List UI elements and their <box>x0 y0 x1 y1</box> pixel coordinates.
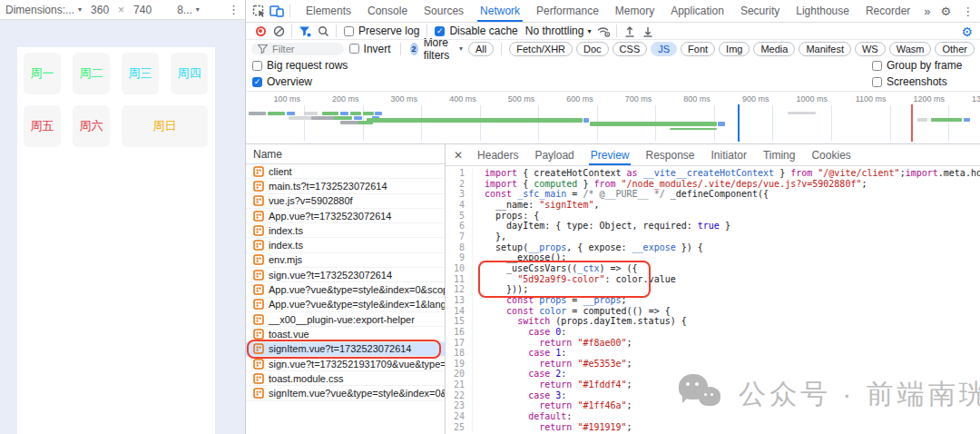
detail-tab-response[interactable]: Response <box>637 144 702 165</box>
line-number: 9 <box>446 252 473 263</box>
device-height-field[interactable]: 740 <box>133 4 152 16</box>
code-line: 16 case 0: <box>446 327 980 338</box>
code-token: case <box>528 348 550 358</box>
timeline-overview[interactable]: 100 ms200 ms300 ms400 ms500 ms600 ms700 … <box>246 91 980 144</box>
resource-chip-img[interactable]: Img <box>719 42 750 56</box>
weekday-button[interactable]: 周一 <box>24 53 61 94</box>
weekday-button[interactable]: 周五 <box>24 105 61 147</box>
devtools-more-menu-icon[interactable]: ⋮ <box>957 5 978 18</box>
weekday-button[interactable]: 周四 <box>171 53 208 94</box>
throttling-select[interactable]: No throttling ▾ <box>525 25 592 37</box>
big-request-rows-checkbox[interactable]: Big request rows <box>252 59 872 72</box>
detail-tab-initiator[interactable]: Initiator <box>703 144 755 165</box>
search-icon[interactable] <box>314 24 332 38</box>
timeline-tick-label: 1300 ms <box>949 94 980 104</box>
settings-gear-icon[interactable]: ⚙ <box>936 5 956 18</box>
code-line: 7 }, <box>446 232 980 242</box>
invert-checkbox[interactable]: Invert <box>349 43 391 55</box>
tab-performance[interactable]: Performance <box>528 0 607 22</box>
code-line: 3const _sfc_main = /* @__PURE__ */ _defi… <box>446 189 980 200</box>
request-row[interactable]: client <box>246 164 445 179</box>
request-row[interactable]: signItem.vue?t=1732523072614 <box>246 342 445 357</box>
timeline-gridline <box>831 105 832 141</box>
network-settings-gear-icon[interactable]: ⚙ <box>961 25 973 39</box>
resource-chip-font[interactable]: Font <box>681 42 715 56</box>
request-row[interactable]: sign.vue?t=1732521931709&vue&type=sty... <box>246 357 445 371</box>
resource-chip-manifest[interactable]: Manifest <box>799 42 851 56</box>
request-row[interactable]: sign.vue?t=1732523072614 <box>246 268 445 282</box>
resource-chip-css[interactable]: CSS <box>612 42 648 56</box>
requests-name-header[interactable]: Name <box>246 144 445 164</box>
tab-network[interactable]: Network <box>472 0 528 22</box>
request-row[interactable]: vue.js?v=5902880f <box>246 194 445 209</box>
tab-memory[interactable]: Memory <box>607 0 662 22</box>
request-row[interactable]: index.ts <box>246 238 445 252</box>
resource-chip-doc[interactable]: Doc <box>576 42 609 56</box>
detail-tab-preview[interactable]: Preview <box>583 144 638 165</box>
timeline-tick-label: 400 ms <box>422 94 476 104</box>
export-har-icon[interactable] <box>639 24 657 38</box>
request-row[interactable]: toast.module.css <box>246 371 445 386</box>
request-row[interactable]: App.vue?vue&type=style&index=0&scope... <box>246 282 445 297</box>
tab-sources[interactable]: Sources <box>416 0 472 22</box>
weekday-button[interactable]: 周六 <box>73 105 110 147</box>
request-row[interactable]: toast.vue <box>246 327 445 341</box>
request-row[interactable]: App.vue?vue&type=style&index=1&lang.css <box>246 298 445 312</box>
request-row[interactable]: main.ts?t=1732523072614 <box>246 179 445 193</box>
code-token: , <box>593 200 599 210</box>
code-token: as <box>627 168 638 178</box>
tab-lighthouse[interactable]: Lighthouse <box>788 0 858 22</box>
checkbox-box: ✓ <box>435 26 445 36</box>
weekday-button[interactable]: 周三 <box>122 53 159 94</box>
detail-tab-payload[interactable]: Payload <box>526 144 582 165</box>
tab-recorder[interactable]: Recorder <box>858 0 918 22</box>
weekday-button[interactable]: 周日 <box>122 105 208 147</box>
code-token: : <box>561 390 566 400</box>
dimensions-select[interactable]: Dimensions:... ▾ <box>5 4 82 16</box>
network-conditions-icon[interactable] <box>594 24 612 38</box>
more-tabs-chevron[interactable]: » <box>918 5 936 18</box>
code-token: ; <box>627 359 632 369</box>
resource-chip-ws[interactable]: WS <box>855 42 886 56</box>
import-har-icon[interactable] <box>621 24 639 38</box>
tab-security[interactable]: Security <box>732 0 788 22</box>
preserve-log-checkbox[interactable]: Preserve log <box>344 25 419 37</box>
record-network-log-icon[interactable] <box>251 24 270 38</box>
tab-console[interactable]: Console <box>359 0 416 22</box>
overview-checkbox[interactable]: ✓ Overview <box>252 75 872 88</box>
code-token: { <box>517 179 534 189</box>
tab-elements[interactable]: Elements <box>298 0 359 22</box>
screenshots-checkbox[interactable]: Screenshots <box>872 75 980 88</box>
close-detail-icon[interactable]: ✕ <box>447 149 469 162</box>
filter-toggle-icon[interactable] <box>296 24 314 38</box>
resource-chip-js[interactable]: JS <box>651 42 677 56</box>
filter-input[interactable]: Filter <box>251 43 344 55</box>
device-toolbar: Dimensions:... ▾ 360 × 740 8... ▾ ⋮ <box>0 0 245 20</box>
toggle-device-toolbar-icon[interactable] <box>268 3 286 19</box>
resource-chip-fetchxhr[interactable]: Fetch/XHR <box>509 42 573 56</box>
zoom-select[interactable]: 8... ▾ <box>177 4 200 16</box>
resource-chip-media[interactable]: Media <box>753 42 795 56</box>
device-more-menu-icon[interactable]: ⋮ <box>228 3 240 16</box>
request-row[interactable]: env.mjs <box>246 253 445 268</box>
clear-network-log-icon[interactable] <box>270 24 288 38</box>
detail-tab-headers[interactable]: Headers <box>469 144 526 165</box>
weekday-button[interactable]: 周二 <box>73 53 110 94</box>
disable-cache-checkbox[interactable]: ✓ Disable cache <box>435 25 517 37</box>
resource-chip-wasm[interactable]: Wasm <box>889 42 932 56</box>
request-row[interactable]: App.vue?t=1732523072614 <box>246 209 445 223</box>
line-content: return "#191919"; <box>473 422 632 433</box>
request-row[interactable]: __x00__plugin-vue:export-helper <box>246 312 445 327</box>
detail-tab-cookies[interactable]: Cookies <box>803 144 858 165</box>
resource-chip-other[interactable]: Other <box>935 42 975 56</box>
device-width-field[interactable]: 360 <box>91 4 109 16</box>
tab-application[interactable]: Application <box>662 0 732 22</box>
resource-chip-all[interactable]: All <box>468 42 494 56</box>
group-by-frame-checkbox[interactable]: Group by frame <box>872 59 980 72</box>
chevron-down-icon: ▾ <box>78 5 82 14</box>
request-row[interactable]: index.ts <box>246 223 445 238</box>
request-name: App.vue?vue&type=style&index=1&lang.css <box>269 299 445 310</box>
inspect-element-icon[interactable] <box>250 3 268 19</box>
request-row[interactable]: signItem.vue?vue&type=style&index=0&la..… <box>246 386 445 400</box>
detail-tab-timing[interactable]: Timing <box>755 144 804 165</box>
